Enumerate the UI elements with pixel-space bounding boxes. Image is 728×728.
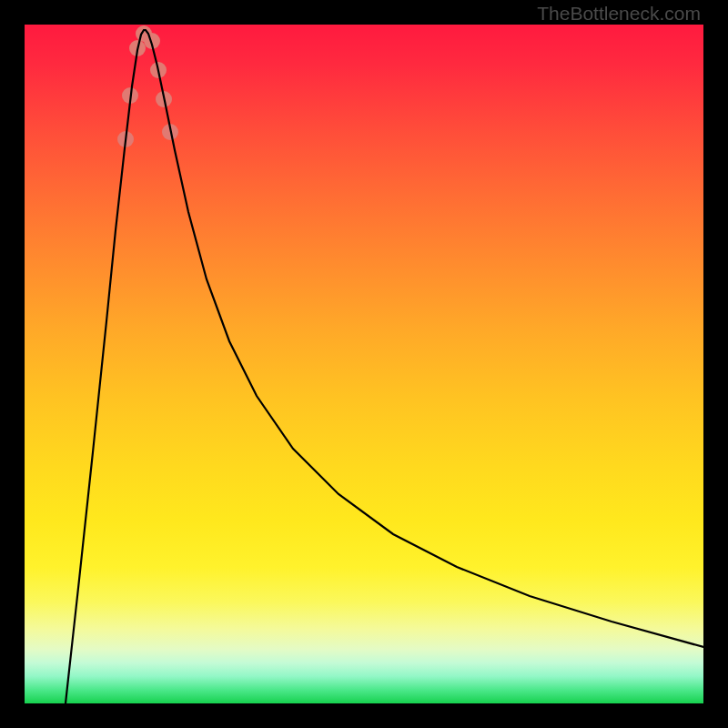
curve-layer <box>25 25 703 703</box>
chart-frame: TheBottleneck.com <box>0 0 728 728</box>
plot-area <box>25 25 703 703</box>
watermark-text: TheBottleneck.com <box>537 3 701 25</box>
bottleneck-curve <box>66 30 703 703</box>
